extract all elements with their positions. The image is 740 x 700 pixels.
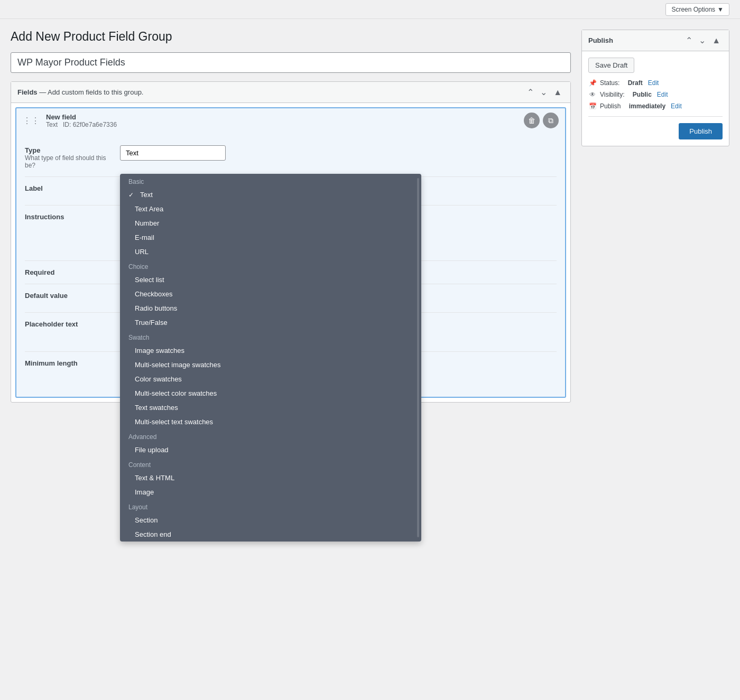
type-select-input[interactable] bbox=[120, 145, 226, 161]
visibility-icon: 👁 bbox=[588, 91, 597, 98]
field-info: New field Text ID: 62f0e7a6e7336 bbox=[46, 113, 517, 128]
dropdown-item-textarea[interactable]: Text Area bbox=[120, 202, 421, 216]
field-row-header: ⋮⋮ New field Text ID: 62f0e7a6e7336 🗑 bbox=[16, 108, 565, 133]
status-label: Status: bbox=[600, 79, 619, 87]
fields-panel-title: Fields — Add custom fields to this group… bbox=[17, 88, 143, 96]
dropdown-item-text[interactable]: Text bbox=[120, 188, 421, 202]
publish-panel-up-button[interactable]: ⌃ bbox=[683, 34, 695, 46]
fields-panel-subtitle: — Add custom fields to this group. bbox=[39, 88, 143, 96]
screen-options-button[interactable]: Screen Options ▼ bbox=[665, 3, 729, 16]
main-content: Add New Product Field Group Fields — Add… bbox=[11, 30, 571, 413]
fields-panel: Fields — Add custom fields to this group… bbox=[11, 81, 571, 403]
min-length-field-label: Minimum length bbox=[25, 354, 120, 388]
type-field-sublabel: What type of field should this be? bbox=[25, 154, 112, 169]
type-select-wrapper: Basic Text Text Area Number E-mail URL C… bbox=[120, 145, 557, 161]
group-title-input[interactable] bbox=[11, 52, 571, 73]
duplicate-field-button[interactable]: ⧉ bbox=[543, 113, 559, 128]
panel-collapse-up-button[interactable]: ⌃ bbox=[525, 86, 536, 98]
publish-time-row: 📅 Publish immediately Edit bbox=[588, 102, 723, 110]
publish-panel-toggle-button[interactable]: ▲ bbox=[710, 34, 723, 46]
publish-time-label: Publish bbox=[600, 102, 621, 110]
placeholder-field-label: Placeholder text bbox=[25, 315, 120, 349]
status-row: 📌 Status: Draft Edit bbox=[588, 79, 723, 87]
publish-panel-body: Save Draft 📌 Status: Draft Edit 👁 Visibi… bbox=[582, 51, 729, 146]
publish-divider bbox=[588, 116, 723, 117]
dropdown-item-text-html[interactable]: Text & HTML bbox=[120, 471, 421, 485]
dropdown-section-advanced: Advanced bbox=[120, 429, 421, 443]
dropdown-section-content: Content bbox=[120, 457, 421, 471]
calendar-icon: 📅 bbox=[588, 102, 597, 110]
dropdown-item-file-upload[interactable]: File upload bbox=[120, 443, 421, 457]
dropdown-section-basic: Basic bbox=[120, 174, 421, 188]
field-row: ⋮⋮ New field Text ID: 62f0e7a6e7336 🗑 bbox=[15, 107, 566, 398]
dropdown-item-true-false[interactable]: True/False bbox=[120, 315, 421, 330]
dropdown-section-choice: Choice bbox=[120, 259, 421, 273]
chevron-down-icon: ▼ bbox=[717, 6, 724, 13]
publish-meta: 📌 Status: Draft Edit 👁 Visibility: Publi… bbox=[588, 79, 723, 110]
publish-panel-title: Publish bbox=[588, 36, 613, 44]
publish-button[interactable]: Publish bbox=[679, 123, 723, 139]
duplicate-icon: ⧉ bbox=[548, 116, 553, 125]
publish-time-value: immediately bbox=[629, 102, 665, 110]
type-field-label: Type What type of field should this be? bbox=[25, 141, 120, 174]
screen-options-label: Screen Options bbox=[671, 6, 715, 13]
delete-field-button[interactable]: 🗑 bbox=[524, 113, 540, 128]
dropdown-item-section-end[interactable]: Section end bbox=[120, 527, 421, 542]
page-wrap: Add New Product Field Group Fields — Add… bbox=[0, 19, 740, 413]
visibility-value: Public bbox=[633, 91, 652, 98]
dropdown-item-text-swatches[interactable]: Text swatches bbox=[120, 400, 421, 415]
visibility-edit-link[interactable]: Edit bbox=[657, 91, 668, 98]
type-field-control: Basic Text Text Area Number E-mail URL C… bbox=[120, 141, 557, 174]
label-field-label: Label bbox=[25, 179, 120, 203]
visibility-row: 👁 Visibility: Public Edit bbox=[588, 91, 723, 98]
instructions-field-label: Instructions bbox=[25, 208, 120, 258]
status-edit-link[interactable]: Edit bbox=[648, 79, 659, 87]
field-type-meta: Text bbox=[46, 121, 58, 128]
dropdown-item-radio-buttons[interactable]: Radio buttons bbox=[120, 301, 421, 315]
publish-actions: Publish bbox=[588, 123, 723, 139]
publish-panel-controls: ⌃ ⌄ ▲ bbox=[683, 34, 723, 46]
trash-icon: 🗑 bbox=[528, 116, 535, 125]
status-value: Draft bbox=[628, 79, 643, 87]
save-draft-button[interactable]: Save Draft bbox=[588, 58, 634, 73]
dropdown-item-section[interactable]: Section bbox=[120, 513, 421, 527]
dropdown-scrollbar bbox=[417, 178, 419, 537]
status-icon: 📌 bbox=[588, 79, 597, 87]
dropdown-section-swatch: Swatch bbox=[120, 330, 421, 343]
publish-time-edit-link[interactable]: Edit bbox=[671, 102, 682, 110]
page-title: Add New Product Field Group bbox=[11, 30, 571, 44]
sidebar: Publish ⌃ ⌄ ▲ Save Draft 📌 Status: Draft… bbox=[581, 30, 729, 146]
publish-panel-header: Publish ⌃ ⌄ ▲ bbox=[582, 30, 729, 51]
panel-collapse-down-button[interactable]: ⌄ bbox=[538, 86, 549, 98]
dropdown-item-checkboxes[interactable]: Checkboxes bbox=[120, 287, 421, 301]
dropdown-item-image[interactable]: Image bbox=[120, 485, 421, 499]
panel-controls: ⌃ ⌄ ▲ bbox=[525, 86, 564, 98]
dropdown-item-email[interactable]: E-mail bbox=[120, 230, 421, 245]
field-id-meta: ID: 62f0e7a6e7336 bbox=[63, 121, 117, 128]
visibility-label: Visibility: bbox=[600, 91, 624, 98]
dropdown-item-color-swatches[interactable]: Color swatches bbox=[120, 372, 421, 386]
dropdown-item-url[interactable]: URL bbox=[120, 245, 421, 259]
field-meta: Text ID: 62f0e7a6e7336 bbox=[46, 121, 517, 128]
dropdown-item-image-swatches[interactable]: Image swatches bbox=[120, 343, 421, 358]
type-dropdown: Basic Text Text Area Number E-mail URL C… bbox=[120, 174, 421, 542]
drag-handle-icon[interactable]: ⋮⋮ bbox=[23, 116, 40, 126]
required-field-label: Required bbox=[25, 263, 120, 282]
panel-toggle-button[interactable]: ▲ bbox=[551, 86, 564, 98]
field-name: New field bbox=[46, 113, 517, 121]
fields-panel-title-text: Fields bbox=[17, 88, 38, 96]
dropdown-item-number[interactable]: Number bbox=[120, 216, 421, 230]
field-actions: 🗑 ⧉ bbox=[524, 113, 559, 128]
dropdown-item-multi-image-swatches[interactable]: Multi-select image swatches bbox=[120, 358, 421, 372]
dropdown-item-multi-text-swatches[interactable]: Multi-select text swatches bbox=[120, 415, 421, 429]
fields-panel-header: Fields — Add custom fields to this group… bbox=[11, 82, 570, 103]
dropdown-item-multi-color-swatches[interactable]: Multi-select color swatches bbox=[120, 386, 421, 400]
dropdown-section-layout: Layout bbox=[120, 499, 421, 513]
field-form: Type What type of field should this be? … bbox=[16, 133, 565, 397]
default-value-field-label: Default value bbox=[25, 286, 120, 310]
publish-panel: Publish ⌃ ⌄ ▲ Save Draft 📌 Status: Draft… bbox=[581, 30, 729, 146]
publish-panel-down-button[interactable]: ⌄ bbox=[697, 34, 708, 46]
top-bar: Screen Options ▼ bbox=[0, 0, 740, 19]
dropdown-item-select-list[interactable]: Select list bbox=[120, 273, 421, 287]
